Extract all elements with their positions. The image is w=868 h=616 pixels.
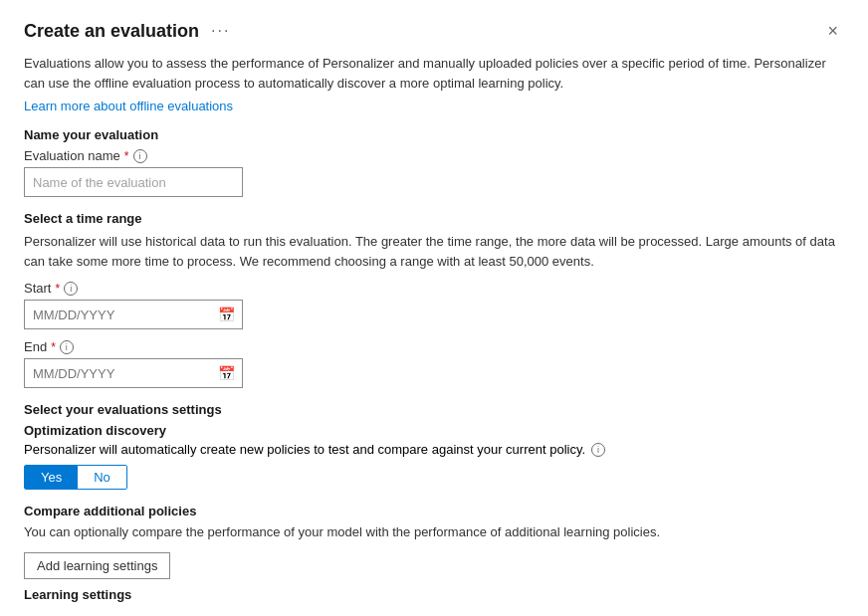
evaluation-name-label: Evaluation name * i <box>24 148 844 163</box>
evaluation-name-input[interactable] <box>24 167 243 197</box>
optimization-row: Personalizer will automatically create n… <box>24 442 844 457</box>
title-row: Create an evaluation ··· <box>24 20 234 42</box>
optimization-toggle-group: Yes No <box>24 465 844 490</box>
start-date-label: Start * i <box>24 281 844 296</box>
name-section-title: Name your evaluation <box>24 127 844 142</box>
yes-no-toggle: Yes No <box>24 465 127 490</box>
ellipsis-button[interactable]: ··· <box>207 20 234 42</box>
start-date-info-icon[interactable]: i <box>64 282 78 296</box>
create-evaluation-panel: Create an evaluation ··· × Evaluations a… <box>0 0 868 616</box>
evaluation-name-info-icon[interactable]: i <box>133 149 147 163</box>
panel-title: Create an evaluation <box>24 21 199 42</box>
compare-policies-title: Compare additional policies <box>24 504 844 518</box>
start-date-wrapper: 📅 <box>24 300 243 329</box>
no-toggle-button[interactable]: No <box>78 466 126 489</box>
end-date-label: End * i <box>24 339 844 354</box>
compare-policies-description: You can optionally compare the performan… <box>24 522 844 542</box>
settings-section-title: Select your evaluations settings <box>24 402 844 417</box>
optimization-description: Personalizer will automatically create n… <box>24 442 585 457</box>
end-date-wrapper: 📅 <box>24 358 243 388</box>
required-star: * <box>124 149 129 163</box>
panel-header: Create an evaluation ··· × <box>24 20 844 42</box>
learning-settings-label: Learning settings <box>24 587 844 602</box>
close-button[interactable]: × <box>821 20 844 42</box>
end-required-star: * <box>51 340 56 354</box>
optimization-info-icon[interactable]: i <box>591 443 605 457</box>
end-date-input[interactable] <box>24 358 243 388</box>
time-range-description: Personalizer will use historical data to… <box>24 232 844 271</box>
start-date-input[interactable] <box>24 300 243 329</box>
start-required-star: * <box>55 282 60 296</box>
add-learning-settings-button[interactable]: Add learning settings <box>24 552 170 579</box>
yes-toggle-button[interactable]: Yes <box>25 466 78 489</box>
time-range-section-title: Select a time range <box>24 211 844 226</box>
end-date-info-icon[interactable]: i <box>60 340 74 354</box>
optimization-title: Optimization discovery <box>24 423 844 438</box>
learn-more-link[interactable]: Learn more about offline evaluations <box>24 99 233 113</box>
description-text: Evaluations allow you to assess the perf… <box>24 54 844 93</box>
